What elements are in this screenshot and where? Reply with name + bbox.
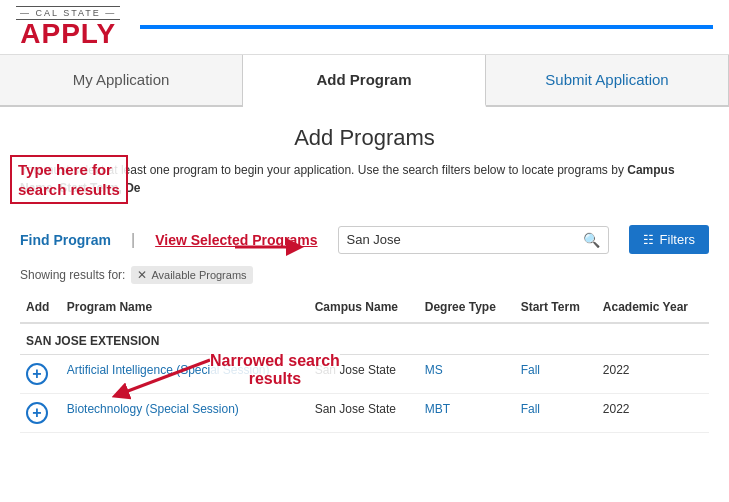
group-header-row: SAN JOSE EXTENSION <box>20 323 709 355</box>
group-name: SAN JOSE EXTENSION <box>20 323 709 355</box>
search-input-wrapper: 🔍 <box>338 226 609 254</box>
add-program-button[interactable]: + <box>26 402 48 424</box>
results-table-area: Add Program Name Campus Name Degree Type… <box>0 292 729 433</box>
tab-my-application[interactable]: My Application <box>0 55 243 105</box>
col-academic-year: Academic Year <box>597 292 709 323</box>
filter-tag[interactable]: ✕ Available Programs <box>131 266 252 284</box>
showing-results: Showing results for: ✕ Available Program… <box>0 262 729 292</box>
start-term-cell: Fall <box>515 355 597 394</box>
campus-name-cell: San Jose State <box>309 394 419 433</box>
results-table: Add Program Name Campus Name Degree Type… <box>20 292 709 433</box>
view-selected-link[interactable]: View Selected Programs <box>155 232 317 248</box>
table-row: + Biotechnology (Special Session) San Jo… <box>20 394 709 433</box>
tab-submit-application[interactable]: Submit Application <box>486 55 729 105</box>
table-row: + Artificial Intelligence (Special Sessi… <box>20 355 709 394</box>
start-term-cell: Fall <box>515 394 597 433</box>
col-campus-name: Campus Name <box>309 292 419 323</box>
logo-apply: APPLY <box>20 20 116 48</box>
search-input[interactable] <box>347 232 583 247</box>
academic-year-cell: 2022 <box>597 355 709 394</box>
search-icon: 🔍 <box>583 232 600 248</box>
col-start-term: Start Term <box>515 292 597 323</box>
program-name-link[interactable]: Biotechnology (Special Session) <box>67 402 239 416</box>
degree-type-cell: MBT <box>419 394 515 433</box>
tag-remove-icon[interactable]: ✕ <box>137 268 147 282</box>
app-header: — CAL STATE — APPLY <box>0 0 729 55</box>
col-program-name: Program Name <box>61 292 309 323</box>
filters-button[interactable]: ☷ Filters <box>629 225 709 254</box>
col-degree-type: Degree Type <box>419 292 515 323</box>
info-text: You must select at least one program to … <box>0 161 729 207</box>
search-area: Find Program | View Selected Programs 🔍 … <box>0 217 729 262</box>
logo: — CAL STATE — APPLY <box>16 6 120 48</box>
page-title: Add Programs <box>0 107 729 161</box>
program-name-link[interactable]: Artificial Intelligence (Special Session… <box>67 363 270 377</box>
academic-year-cell: 2022 <box>597 394 709 433</box>
header-accent-bar <box>140 25 713 29</box>
table-header-row: Add Program Name Campus Name Degree Type… <box>20 292 709 323</box>
campus-name-cell: San Jose State <box>309 355 419 394</box>
find-program-link[interactable]: Find Program <box>20 232 111 248</box>
tab-add-program[interactable]: Add Program <box>243 55 486 107</box>
nav-divider: | <box>131 231 135 249</box>
filter-icon: ☷ <box>643 233 654 247</box>
add-program-button[interactable]: + <box>26 363 48 385</box>
nav-tabs: My Application Add Program Submit Applic… <box>0 55 729 107</box>
degree-type-cell: MS <box>419 355 515 394</box>
col-add: Add <box>20 292 61 323</box>
